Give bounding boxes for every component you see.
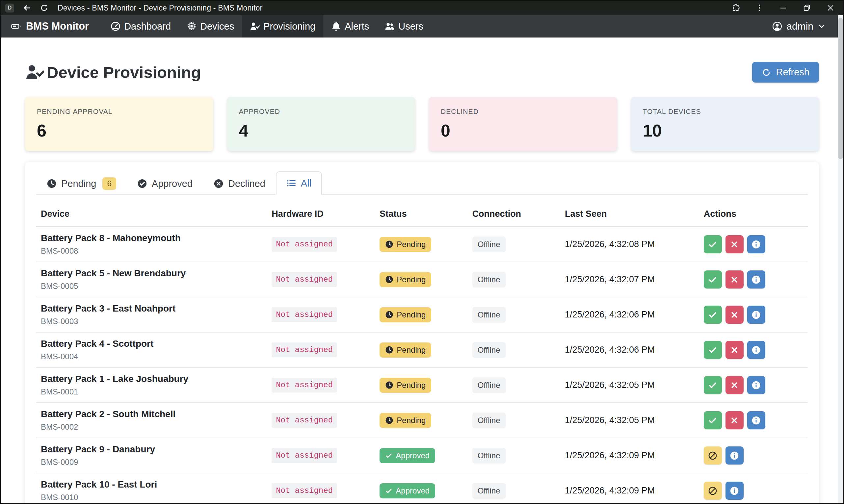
info-icon (752, 240, 761, 249)
table-row: Battery Pack 8 - Mahoneymouth BMS-0008 N… (36, 227, 808, 262)
tab-approved[interactable]: Approved (127, 172, 203, 195)
decline-button[interactable] (725, 306, 744, 324)
column-header: Device (36, 198, 268, 227)
status-label: Pending (397, 275, 426, 284)
decline-button[interactable] (725, 270, 744, 289)
info-button[interactable] (747, 376, 765, 394)
hardware-id: Not assigned (271, 378, 337, 393)
info-button[interactable] (725, 446, 744, 465)
check-icon (708, 310, 717, 320)
connection-badge: Offline (472, 413, 506, 428)
connection-badge: Offline (472, 483, 506, 499)
person-circle-icon (772, 21, 782, 31)
page-title: Device Provisioning (25, 63, 201, 82)
row-actions (704, 306, 804, 324)
approve-button[interactable] (704, 270, 722, 289)
status-badge-pending: Pending (380, 378, 431, 393)
nav-item-alerts[interactable]: Alerts (323, 15, 377, 37)
info-icon (730, 451, 739, 460)
nav-item-dashboard[interactable]: Dashboard (103, 15, 179, 37)
info-button[interactable] (747, 235, 765, 253)
column-header: Hardware ID (268, 198, 375, 227)
tab-declined[interactable]: Declined (203, 172, 276, 195)
approve-button[interactable] (704, 306, 722, 324)
approve-button[interactable] (704, 411, 722, 429)
decline-button[interactable] (725, 376, 744, 394)
stat-label: APPROVED (239, 108, 404, 115)
info-button[interactable] (747, 306, 765, 324)
browser-menu-button[interactable] (755, 4, 764, 12)
row-actions (704, 482, 804, 500)
info-icon (752, 345, 761, 355)
user-menu[interactable]: admin (772, 15, 839, 37)
revoke-button[interactable] (704, 482, 722, 500)
x-icon (730, 240, 739, 249)
minimize-button[interactable] (779, 4, 787, 12)
device-name: Battery Pack 5 - New Brendabury (41, 268, 264, 278)
check-icon (708, 240, 717, 249)
stat-label: TOTAL DEVICES (643, 108, 807, 115)
decline-button[interactable] (725, 341, 744, 359)
last-seen: 1/25/2026, 4:32:07 PM (565, 274, 655, 284)
x-icon (730, 381, 739, 390)
status-badge-approved: Approved (380, 448, 435, 463)
slash-circle-icon (708, 486, 717, 496)
tab-all[interactable]: All (276, 172, 322, 195)
device-id: BMS-0010 (41, 493, 264, 502)
tab-icon (286, 178, 296, 188)
page-content: Device Provisioning Refresh PENDING APPR… (1, 62, 843, 504)
tab-count-badge: 6 (102, 177, 116, 190)
tab-icon (137, 179, 147, 188)
battery-icon (11, 21, 21, 31)
brand[interactable]: BMS Monitor (5, 15, 95, 37)
close-button[interactable] (826, 4, 835, 12)
decline-button[interactable] (725, 235, 744, 253)
approve-button[interactable] (704, 235, 722, 253)
table-row: Battery Pack 9 - Danabury BMS-0009 Not a… (36, 438, 808, 473)
nav-item-users[interactable]: Users (377, 15, 431, 37)
nav-item-devices[interactable]: Devices (179, 15, 242, 37)
row-actions (704, 341, 804, 359)
user-name: admin (786, 21, 813, 32)
hardware-id: Not assigned (271, 448, 337, 463)
clock-icon (385, 416, 393, 425)
info-button[interactable] (725, 482, 744, 500)
extensions-button[interactable] (732, 4, 740, 12)
approve-button[interactable] (704, 376, 722, 394)
status-label: Pending (397, 381, 426, 390)
stat-card: DECLINED 0 (429, 97, 617, 151)
nav-item-icon (331, 21, 341, 31)
refresh-button[interactable]: Refresh (752, 62, 819, 83)
minimize-icon (779, 4, 787, 12)
last-seen: 1/25/2026, 4:32:08 PM (565, 239, 655, 249)
stat-value: 10 (643, 121, 807, 141)
status-badge-approved: Approved (380, 483, 435, 499)
nav-item-label: Users (398, 21, 423, 32)
browser-back-button[interactable] (23, 4, 31, 12)
connection-badge: Offline (472, 236, 506, 252)
info-button[interactable] (747, 411, 765, 429)
info-button[interactable] (747, 270, 765, 289)
nav-item-provisioning[interactable]: Provisioning (242, 15, 323, 37)
stat-value: 0 (441, 121, 605, 141)
tab-favicon: D (5, 4, 14, 13)
table-row: Battery Pack 10 - East Lori BMS-0010 Not… (36, 473, 808, 504)
approve-button[interactable] (704, 341, 722, 359)
scrollbar-thumb[interactable] (839, 18, 843, 159)
device-name: Battery Pack 4 - Scottport (41, 339, 264, 349)
check-icon (708, 345, 717, 355)
table-row: Battery Pack 1 - Lake Joshuabury BMS-000… (36, 367, 808, 403)
column-header: Connection (469, 198, 561, 227)
device-name: Battery Pack 2 - South Mitchell (41, 409, 264, 419)
browser-reload-button[interactable] (40, 4, 48, 12)
revoke-button[interactable] (704, 446, 722, 465)
tab-pending[interactable]: Pending 6 (36, 172, 127, 195)
stat-value: 6 (37, 121, 201, 141)
hardware-id: Not assigned (271, 413, 337, 428)
restore-button[interactable] (803, 4, 811, 12)
decline-button[interactable] (725, 411, 744, 429)
status-badge-pending: Pending (380, 307, 431, 322)
device-id: BMS-0008 (41, 247, 264, 256)
info-button[interactable] (747, 341, 765, 359)
browser-window: D Devices - BMS Monitor - Device Provisi… (0, 0, 844, 504)
